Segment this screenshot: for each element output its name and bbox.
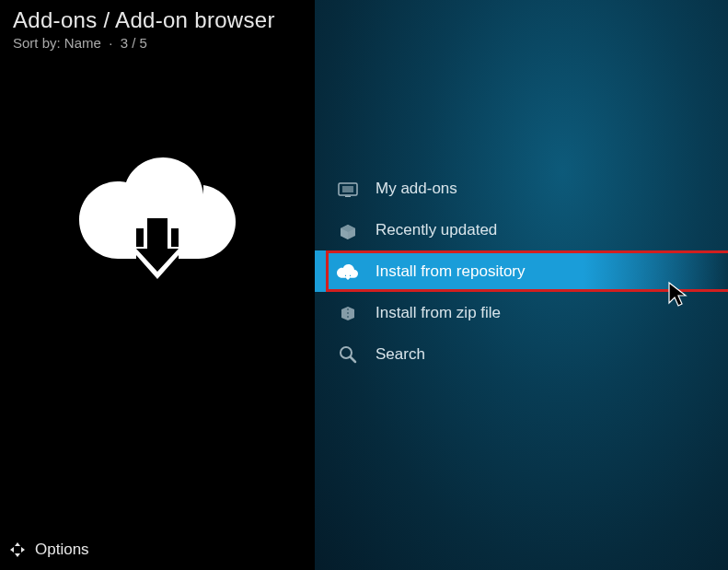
menu-item-label: Search [376, 345, 425, 364]
menu-item-install-repository[interactable]: Install from repository [315, 250, 728, 292]
search-icon [337, 343, 359, 366]
sort-field: Name [64, 35, 101, 51]
svg-rect-3 [347, 308, 349, 310]
svg-line-7 [351, 357, 355, 362]
menu-item-install-zip[interactable]: Install from zip file [315, 292, 728, 333]
menu-item-search[interactable]: Search [315, 333, 728, 375]
svg-rect-4 [347, 312, 349, 314]
svg-rect-1 [342, 186, 353, 192]
menu-item-label: Install from zip file [376, 304, 501, 322]
cloud-download-large-icon [79, 150, 236, 283]
list-position: 3 / 5 [121, 35, 147, 51]
sidebar: Add-ons / Add-on browser Sort by: Name ·… [0, 0, 315, 570]
breadcrumb: Add-ons / Add-on browser [13, 7, 302, 33]
menu-list: My add-ons Recently updated Install from… [315, 168, 728, 375]
menu-item-my-addons[interactable]: My add-ons [315, 168, 728, 209]
tv-addons-icon [337, 178, 359, 200]
options-arrows-icon [9, 541, 26, 558]
menu-item-label: Install from repository [376, 262, 526, 281]
options-label: Options [35, 541, 89, 559]
section-icon-wrap [0, 58, 315, 529]
menu-item-label: Recently updated [376, 221, 497, 239]
cloud-download-icon [337, 261, 359, 283]
zip-file-icon [337, 302, 359, 324]
sidebar-header: Add-ons / Add-on browser Sort by: Name ·… [0, 0, 315, 58]
svg-rect-5 [347, 316, 349, 318]
menu-item-recently-updated[interactable]: Recently updated [315, 209, 728, 250]
options-button[interactable]: Options [0, 529, 315, 570]
menu-item-label: My add-ons [376, 180, 457, 198]
box-open-icon [337, 219, 359, 241]
sort-info: Sort by: Name · 3 / 5 [13, 35, 302, 51]
main-panel: My add-ons Recently updated Install from… [315, 0, 728, 570]
sort-prefix: Sort by: [13, 35, 61, 51]
sort-separator: · [105, 35, 121, 51]
